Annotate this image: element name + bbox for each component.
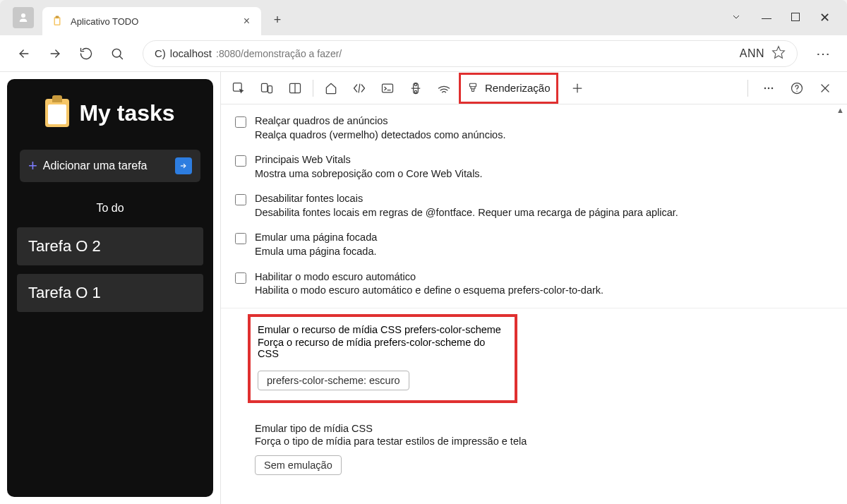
option-title: Emular uma página focada <box>255 231 377 245</box>
option-desc: Emula uma página focada. <box>255 245 377 259</box>
svg-rect-10 <box>262 83 268 92</box>
option-row: Principais Web Vitals Mostra uma sobrepo… <box>235 148 833 186</box>
option-row: Realçar quadros de anúncios Realça quadr… <box>235 109 833 148</box>
add-task-input[interactable]: + Adicionar uma tarefa <box>20 150 200 182</box>
svg-rect-11 <box>268 85 272 92</box>
network-icon[interactable] <box>431 75 457 102</box>
task-item[interactable]: Tarefa O 2 <box>17 227 203 265</box>
clipboard-icon <box>45 99 69 127</box>
tab-rendering-highlight[interactable]: Renderização <box>459 73 558 104</box>
plus-icon: + <box>28 157 37 175</box>
browser-menu-button[interactable]: ⋯ <box>809 45 837 62</box>
svg-line-6 <box>120 56 123 59</box>
url-host: localhost <box>170 47 212 59</box>
new-tab-button[interactable]: + <box>265 8 289 32</box>
app-sidebar: My tasks + Adicionar uma tarefa To do Ta… <box>7 79 213 497</box>
svg-rect-19 <box>470 83 476 87</box>
devtools-more-icon[interactable] <box>755 75 782 102</box>
option-desc: Desabilita fontes locais em regras de @f… <box>255 206 678 220</box>
add-task-label: Adicionar uma tarefa <box>43 160 148 172</box>
svg-rect-2 <box>55 18 59 24</box>
section-title: Emular tipo de mídia CSS <box>255 423 833 434</box>
prefers-color-scheme-select[interactable]: prefers-color-scheme: escuro <box>258 371 409 390</box>
devtools-tabstrip: Renderização <box>221 72 847 104</box>
option-row: Desabilitar fontes locais Desabilita fon… <box>235 186 833 225</box>
option-desc: Realça quadros (vermelho) detectados com… <box>255 128 505 143</box>
svg-point-18 <box>414 90 416 92</box>
list-header: To do <box>7 202 213 215</box>
app-title: My tasks <box>7 93 213 143</box>
browser-tab[interactable]: Aplicativo TODO × <box>42 7 261 35</box>
divider <box>221 308 847 308</box>
submit-task-button[interactable] <box>175 157 192 174</box>
option-row: Emular uma página focada Emula uma págin… <box>235 225 833 264</box>
browser-toolbar: C) localhost :8080/demonstração a fazer/… <box>0 35 847 72</box>
option-row: Habilitar o modo escuro automático Habil… <box>235 265 833 304</box>
rendering-panel: ▲ Realçar quadros de anúncios Realça qua… <box>221 104 847 504</box>
svg-point-23 <box>768 87 770 89</box>
svg-point-24 <box>771 87 774 89</box>
add-tab-button[interactable] <box>564 75 591 102</box>
option-desc: Habilita o modo escuro automático e defi… <box>255 284 603 298</box>
checkbox-local-fonts[interactable] <box>235 194 246 205</box>
sources-icon[interactable] <box>402 75 429 102</box>
checkbox-web-vitals[interactable] <box>235 155 246 167</box>
devtools-pane: Renderização ▲ Realçar quadros de anúnci… <box>220 72 847 504</box>
tab-rendering-label: Renderização <box>485 82 551 94</box>
svg-point-17 <box>414 83 416 85</box>
svg-line-14 <box>359 84 360 92</box>
section-desc: Força o tipo de mídia para testar estilo… <box>255 436 833 447</box>
profile-badge: ANN <box>740 47 764 60</box>
close-devtools-icon[interactable] <box>812 75 839 102</box>
tab-close-icon[interactable]: × <box>244 15 250 28</box>
console-icon[interactable] <box>374 75 401 102</box>
help-icon[interactable] <box>783 75 810 102</box>
favorite-icon[interactable] <box>771 45 786 61</box>
option-title: Desabilitar fontes locais <box>255 192 678 206</box>
close-window-button[interactable]: ✕ <box>819 10 830 25</box>
option-title: Principais Web Vitals <box>255 153 483 167</box>
address-bar[interactable]: C) localhost :8080/demonstração a fazer/… <box>143 40 798 67</box>
app-title-text: My tasks <box>79 100 174 126</box>
device-icon[interactable] <box>253 75 280 102</box>
dock-icon[interactable] <box>282 75 308 102</box>
clipboard-icon <box>51 15 64 28</box>
option-title: Habilitar o modo escuro automático <box>255 270 603 284</box>
svg-rect-1 <box>56 16 59 18</box>
scroll-up-arrow[interactable]: ▲ <box>836 106 844 114</box>
checkbox-auto-dark[interactable] <box>235 272 246 284</box>
task-item[interactable]: Tarefa O 1 <box>17 274 203 312</box>
prefers-color-scheme-highlight: Emular o recurso de mídia CSS prefers-co… <box>248 314 517 403</box>
checkbox-focused-page[interactable] <box>235 233 246 244</box>
search-icon[interactable] <box>103 40 131 68</box>
maximize-button[interactable] <box>791 12 800 23</box>
checkbox-ad-frames[interactable] <box>235 116 246 128</box>
svg-point-22 <box>764 87 767 89</box>
media-type-select[interactable]: Sem emulação <box>255 455 342 475</box>
svg-point-26 <box>796 90 797 91</box>
elements-icon[interactable] <box>346 75 373 102</box>
svg-marker-7 <box>773 47 785 59</box>
welcome-icon[interactable] <box>318 75 344 102</box>
section-desc: Força o recurso de mídia prefers-color-s… <box>258 337 507 359</box>
minimize-button[interactable]: — <box>762 12 771 23</box>
refresh-button[interactable] <box>72 40 100 68</box>
profile-avatar[interactable] <box>13 7 34 28</box>
option-title: Realçar quadros de anúncios <box>255 114 505 128</box>
svg-rect-15 <box>383 84 393 92</box>
tab-title: Aplicativo TODO <box>71 16 138 27</box>
option-desc: Mostra uma sobreposição com o Core Web V… <box>255 167 483 181</box>
url-path: :8080/demonstração a fazer/ <box>216 48 342 59</box>
forward-button[interactable] <box>41 40 69 68</box>
url-prefix: C) <box>155 47 166 59</box>
back-button[interactable] <box>10 40 38 68</box>
section-title: Emular o recurso de mídia CSS prefers-co… <box>258 324 507 335</box>
inspect-icon[interactable] <box>225 75 252 102</box>
window-titlebar: Aplicativo TODO × + — ✕ <box>0 0 847 35</box>
chevron-down-icon[interactable] <box>731 11 742 25</box>
media-type-section: Emular tipo de mídia CSS Força o tipo de… <box>235 416 833 478</box>
svg-point-5 <box>112 49 121 57</box>
